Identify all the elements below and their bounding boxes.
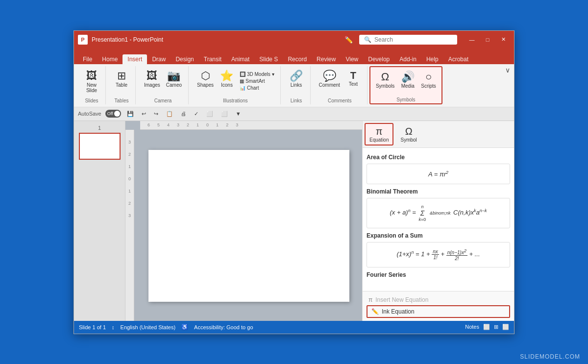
chart-button[interactable]: 📊 Chart xyxy=(238,85,276,91)
tab-acrobat[interactable]: Acrobat xyxy=(443,54,473,64)
tab-design[interactable]: Design xyxy=(171,54,198,64)
ink-equation-icon: ✏️ xyxy=(371,308,379,315)
new-slide-button[interactable]: 🖼 NewSlide xyxy=(82,69,101,95)
tab-home[interactable]: Home xyxy=(97,54,122,64)
tab-view[interactable]: View xyxy=(341,54,363,64)
qa-btn-9[interactable]: ▼ xyxy=(234,110,243,118)
images-button[interactable]: 🖼 Images xyxy=(142,69,163,89)
minimize-button[interactable]: — xyxy=(465,34,479,45)
tables-group-label: Tables xyxy=(115,96,129,103)
notes-button[interactable]: Notes xyxy=(465,324,479,330)
ink-equation-button[interactable]: ✏️ Ink Equation xyxy=(367,305,510,318)
close-button[interactable]: ✕ xyxy=(496,34,510,45)
qa-btn-5[interactable]: 🖨 xyxy=(179,110,188,118)
equation-binomial[interactable]: (x + a)n = n Σ k=0 &binom;nk C(n,k)xkan−… xyxy=(367,198,510,228)
media-button[interactable]: 🔊 Media xyxy=(398,70,417,90)
maximize-button[interactable]: □ xyxy=(481,34,494,45)
qa-btn-7[interactable]: ⬜ xyxy=(204,110,215,118)
equation-button[interactable]: π Equation xyxy=(365,123,393,146)
view-normal-icon[interactable]: ⬜ xyxy=(483,324,490,330)
equation-expansion[interactable]: (1+x)n = 1 + nx 1! + n(n−1)x2 2! + ... xyxy=(367,242,510,267)
slides-panel: 1 xyxy=(74,121,125,321)
smartart-button[interactable]: ▦ SmartArt xyxy=(238,78,276,84)
table-icon: ⊞ xyxy=(117,71,126,81)
links-label: Links xyxy=(291,82,302,88)
qa-btn-4[interactable]: 📋 xyxy=(164,110,175,118)
tab-help[interactable]: Help xyxy=(421,54,443,64)
status-right-controls: Notes ⬜ ⊞ ⬜ xyxy=(465,324,509,330)
autosave-toggle[interactable]: Off xyxy=(105,110,121,118)
pencil-icon[interactable]: ✏️ xyxy=(342,33,355,47)
text-button[interactable]: T Text xyxy=(343,69,363,88)
main-area: 1 6543210123 3210123 π Equation xyxy=(74,121,514,321)
tables-group-items: ⊞ Table xyxy=(112,67,131,96)
slide-number: 1 xyxy=(78,125,121,131)
tab-draw[interactable]: Draw xyxy=(147,54,171,64)
links-button[interactable]: 🔗 Links xyxy=(287,69,306,89)
search-input[interactable] xyxy=(374,36,452,43)
shapes-button[interactable]: ⬡ Shapes xyxy=(195,69,216,89)
equation-icon: π xyxy=(376,126,383,137)
ruler-vertical: 3210123 xyxy=(125,130,134,321)
table-button[interactable]: ⊞ Table xyxy=(112,69,131,89)
shapes-label: Shapes xyxy=(197,82,214,88)
save-button[interactable]: 💾 xyxy=(125,110,136,118)
equation-list: Area of Circle A = πr2 Binomial Theorem … xyxy=(363,148,514,291)
tab-developer[interactable]: Develop xyxy=(363,54,394,64)
tab-transitions[interactable]: Transit xyxy=(199,54,226,64)
comment-button[interactable]: 💬 Comment xyxy=(317,69,343,89)
ribbon-group-tables: ⊞ Table Tables xyxy=(108,66,136,104)
section-title-fourier: Fourier Series xyxy=(367,271,510,278)
insert-new-equation[interactable]: π Insert New Equation xyxy=(367,294,510,305)
equation-label: Equation xyxy=(369,137,389,143)
symbols-label: Symbols xyxy=(376,83,394,89)
view-presenter-icon[interactable]: ⬜ xyxy=(502,324,509,330)
qa-btn-6[interactable]: ✓ xyxy=(192,110,200,118)
tab-review[interactable]: Review xyxy=(312,54,341,64)
tab-animations[interactable]: Animat xyxy=(226,54,254,64)
window-title: Presentation1 - PowerPoint xyxy=(92,36,338,43)
pi-icon-small: π xyxy=(368,296,372,303)
symbols-button[interactable]: Ω Symbols xyxy=(373,70,397,90)
redo-button[interactable]: ↪ xyxy=(152,110,160,118)
slide-canvas[interactable] xyxy=(148,150,349,302)
canvas-area: 6543210123 3210123 xyxy=(125,121,362,321)
tab-file[interactable]: File xyxy=(78,54,97,64)
cameo-button[interactable]: 📷 Cameo xyxy=(164,69,184,89)
links-group-items: 🔗 Links xyxy=(287,67,306,96)
media-icon: 🔊 xyxy=(401,72,415,82)
equation-footer: π Insert New Equation ✏️ Ink Equation xyxy=(363,291,514,321)
slide-thumbnail[interactable] xyxy=(79,133,121,160)
scripts-button[interactable]: ○ Scripts xyxy=(418,70,439,90)
icons-button[interactable]: ⭐ Icons xyxy=(217,69,237,89)
symbol-button[interactable]: Ω Symbol xyxy=(395,123,421,146)
undo-button[interactable]: ↩ xyxy=(140,110,148,118)
section-title-expansion: Expansion of a Sum xyxy=(367,232,510,239)
language-label: English (United States) xyxy=(121,324,176,330)
area-circle-formula: A = πr2 xyxy=(428,170,448,178)
tab-slideshow[interactable]: Slide S xyxy=(254,54,283,64)
equation-area-circle[interactable]: A = πr2 xyxy=(367,164,510,184)
ribbon-group-illustrations: ⬡ Shapes ⭐ Icons 🔲 3D Models ▾ ▦ SmartAr… xyxy=(191,66,281,104)
tab-record[interactable]: Record xyxy=(283,54,312,64)
ribbon-content: 🖼 NewSlide Slides ⊞ Table Tables 🖼 Image xyxy=(74,64,514,107)
symbol-icon: Ω xyxy=(405,126,413,137)
tab-addins[interactable]: Add-in xyxy=(394,54,421,64)
images-icon: 🖼 xyxy=(147,71,157,81)
chart-icon: 📊 xyxy=(240,85,245,91)
ribbon-group-images: 🖼 Images 📷 Cameo Camera xyxy=(138,66,189,104)
comment-icon: 💬 xyxy=(323,71,336,81)
images-group-label: Camera xyxy=(154,96,172,103)
credit-label: SLIDEMODEL.COM xyxy=(520,353,580,360)
3d-models-button[interactable]: 🔲 3D Models ▾ xyxy=(238,71,276,77)
view-grid-icon[interactable]: ⊞ xyxy=(494,324,498,330)
expansion-formula: (1+x)n = 1 + nx 1! + n(n−1)x2 2! + ... xyxy=(396,250,480,258)
search-box[interactable]: 🔍 xyxy=(359,35,457,45)
smartart-icon: ▦ xyxy=(240,78,244,84)
new-slide-icon: 🖼 xyxy=(86,71,97,81)
ribbon-expand-icon[interactable]: ∨ xyxy=(505,66,510,74)
ribbon-group-comments: 💬 Comment T Text Comments xyxy=(313,66,368,104)
tab-insert[interactable]: Insert xyxy=(122,54,147,64)
window-controls: — □ ✕ xyxy=(465,34,510,45)
qa-btn-8[interactable]: ⬜ xyxy=(219,110,230,118)
